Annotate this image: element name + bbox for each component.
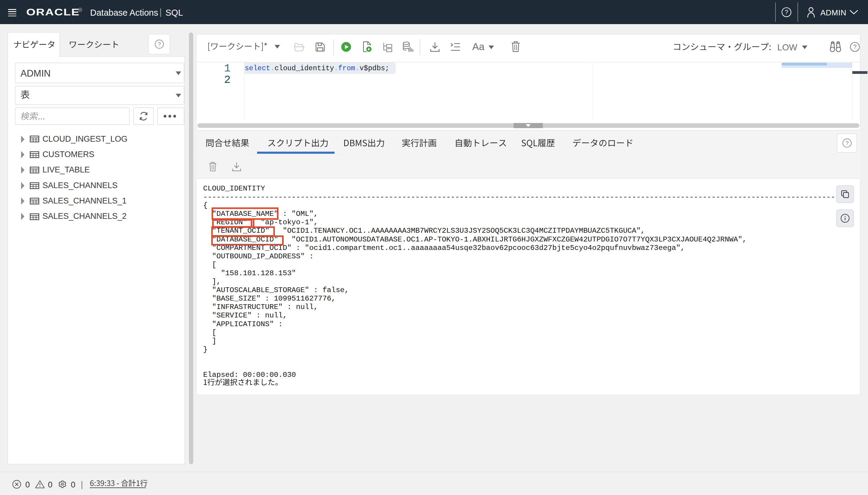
svg-text:?: ? (845, 140, 849, 146)
svg-text:?: ? (785, 9, 788, 15)
svg-text:?: ? (158, 41, 161, 47)
svg-text:?: ? (853, 44, 856, 50)
